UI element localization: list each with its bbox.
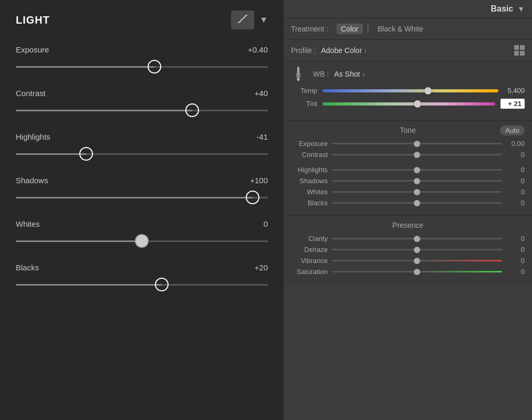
slider-thumb-shadows[interactable]: [246, 191, 259, 204]
slider-label-row: Whites 0: [16, 219, 268, 228]
profile-select-text: Adobe Color: [321, 46, 362, 55]
slider-thumb-blacks[interactable]: [155, 278, 169, 291]
slider-track-highlights: [16, 153, 268, 155]
wb-select[interactable]: As Shot ↕: [334, 70, 365, 78]
slider-track-container-contrast[interactable]: [16, 103, 268, 118]
slider-fill-whites: [16, 240, 142, 242]
svg-rect-0: [297, 67, 299, 74]
slider-fill-highlights: [16, 153, 86, 155]
tone-row-exposure: Exposure 0.00: [291, 140, 525, 148]
slider-label-whites: Whites: [16, 219, 40, 228]
presence-row-clarity: Clarity 0: [291, 235, 525, 243]
treatment-color-button[interactable]: Color: [337, 24, 362, 34]
presence-value-dehaze: 0: [506, 246, 525, 254]
temp-thumb[interactable]: [424, 87, 432, 94]
slider-label-highlights: Highlights: [16, 132, 50, 141]
slider-track-container-exposure[interactable]: [16, 59, 268, 74]
grid-sq-1: [514, 45, 519, 50]
tone-thumb-blacks[interactable]: [414, 200, 420, 206]
treatment-label: Treatment :: [291, 25, 328, 33]
light-title: LIGHT: [16, 14, 50, 26]
tone-track-highlights[interactable]: [332, 169, 502, 171]
presence-row-vibrance: Vibrance 0: [291, 257, 525, 265]
profile-select[interactable]: Adobe Color ↕: [321, 46, 367, 55]
slider-thumb-exposure[interactable]: [148, 60, 161, 74]
grid-sq-3: [514, 51, 519, 56]
panel-header: Basic ▼: [284, 0, 532, 18]
temp-track[interactable]: [322, 89, 498, 92]
presence-thumb-saturation[interactable]: [414, 269, 420, 275]
tone-label-whites: Whites: [291, 188, 328, 196]
tone-track-shadows[interactable]: [332, 180, 502, 182]
tone-value-blacks: 0: [506, 199, 525, 207]
slider-track-shadows: [16, 197, 268, 198]
panel-chevron-icon[interactable]: ▼: [517, 5, 525, 13]
tone-track-blacks[interactable]: [332, 202, 502, 204]
slider-track-container-blacks[interactable]: [16, 277, 268, 292]
tone-thumb-highlights[interactable]: [414, 167, 420, 173]
tint-track[interactable]: [322, 102, 495, 106]
presence-row-dehaze: Dehaze 0: [291, 246, 525, 254]
temp-value: 5,400: [504, 87, 525, 94]
light-chevron-icon[interactable]: ▼: [259, 15, 268, 25]
eyedropper-icon[interactable]: [291, 67, 306, 81]
tone-track-contrast[interactable]: [332, 154, 502, 155]
light-header: LIGHT ▼: [16, 10, 268, 29]
slider-value-highlights: -41: [256, 132, 268, 141]
slider-fill-shadows: [16, 197, 253, 198]
tint-slider-row: Tint + 21: [291, 99, 525, 109]
presence-value-clarity: 0: [506, 235, 525, 243]
tone-thumb-contrast[interactable]: [414, 152, 420, 158]
wb-label: WB :: [313, 70, 329, 78]
grid-squares: [514, 45, 525, 56]
presence-track-vibrance[interactable]: [332, 260, 502, 261]
slider-track-container-whites[interactable]: [16, 234, 268, 248]
right-panel: Basic ▼ Treatment : Color | Black & Whit…: [284, 0, 532, 420]
slider-group-highlights: Highlights -41: [16, 132, 268, 161]
presence-label-saturation: Saturation: [291, 268, 328, 276]
presence-thumb-clarity[interactable]: [414, 236, 420, 242]
tone-header-row: Tone Auto: [291, 126, 525, 134]
slider-label-row: Shadows +100: [16, 176, 268, 185]
temp-slider-row: Temp 5,400: [291, 87, 525, 94]
tone-curve-icon: [237, 13, 248, 27]
presence-label-clarity: Clarity: [291, 235, 328, 243]
slider-track-container-highlights[interactable]: [16, 146, 268, 161]
tone-track-exposure[interactable]: [332, 143, 502, 144]
presence-track-clarity[interactable]: [332, 238, 502, 239]
slider-label-exposure: Exposure: [16, 45, 49, 54]
presence-sliders-container: Clarity 0 Dehaze 0 Vibrance 0 Saturation: [291, 235, 525, 276]
presence-thumb-dehaze[interactable]: [414, 247, 420, 253]
tone-thumb-shadows[interactable]: [414, 178, 420, 184]
slider-label-shadows: Shadows: [16, 176, 48, 185]
svg-rect-1: [296, 73, 300, 75]
slider-group-exposure: Exposure +0.40: [16, 45, 268, 74]
slider-label-row: Contrast +40: [16, 89, 268, 98]
slider-label-row: Blacks +20: [16, 263, 268, 272]
slider-thumb-whites[interactable]: [135, 234, 149, 248]
profile-grid-icon[interactable]: [514, 45, 525, 56]
tint-thumb[interactable]: [414, 100, 421, 108]
presence-track-saturation[interactable]: [332, 271, 502, 272]
presence-label-vibrance: Vibrance: [291, 257, 328, 265]
tone-thumb-whites[interactable]: [414, 189, 420, 195]
slider-thumb-highlights[interactable]: [79, 147, 93, 161]
slider-track-blacks: [16, 284, 268, 286]
presence-track-dehaze[interactable]: [332, 249, 502, 250]
treatment-bw-button[interactable]: Black & White: [373, 24, 427, 34]
tone-row-highlights: Highlights 0: [291, 166, 525, 174]
tone-label-highlights: Highlights: [291, 166, 328, 174]
tone-thumb-exposure[interactable]: [414, 141, 420, 147]
auto-button[interactable]: Auto: [500, 125, 525, 135]
presence-section: Presence Clarity 0 Dehaze 0 Vibrance 0: [284, 216, 532, 284]
slider-group-whites: Whites 0: [16, 219, 268, 248]
slider-thumb-contrast[interactable]: [185, 103, 199, 117]
slider-group-shadows: Shadows +100: [16, 176, 268, 205]
tone-row-whites: Whites 0: [291, 188, 525, 196]
slider-value-whites: 0: [264, 219, 268, 228]
tone-track-whites[interactable]: [332, 191, 502, 193]
svg-point-3: [297, 79, 299, 81]
tone-curve-button[interactable]: [231, 10, 254, 29]
presence-thumb-vibrance[interactable]: [414, 258, 420, 264]
slider-track-container-shadows[interactable]: [16, 190, 268, 205]
